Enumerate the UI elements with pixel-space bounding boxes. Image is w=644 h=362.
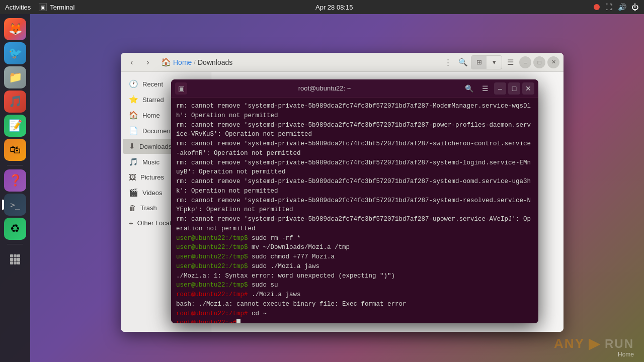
term-cmd-line-1: user@ubuntu22:/tmp$ sudo rm -rf * [176,234,533,243]
term-root-cmd-1: ./Mozi.a jaws [248,291,301,298]
music-icon: 🎵 [129,157,138,166]
fm-back-button[interactable]: ‹ [125,55,139,69]
term-cmd-3: sudo chmod +777 Mozi.a [248,253,335,260]
term-output-line-3: rm: cannot remove 'systemd-private-5b989… [176,139,533,158]
term-root-cmd-2: cd ~ [248,310,267,317]
term-content[interactable]: rm: cannot remove 'systemd-private-5b989… [171,98,538,323]
dock: 🦊 🐦 📁 🎵 📝 🛍 ❓ >_ ♻ [0,14,30,362]
dock-item-show-apps[interactable] [4,248,26,270]
dock-item-firefox[interactable]: 🦊 [4,18,26,40]
term-prompt-5: user@ubuntu22:/tmp$ [176,282,248,289]
dock-item-libreoffice[interactable]: 📝 [4,115,26,137]
svg-rect-3 [10,258,13,261]
term-titlebar-right: 🔍 ☰ – □ ✕ [462,81,534,96]
svg-rect-4 [14,258,17,261]
svg-rect-5 [17,258,20,261]
term-cmd-2: mv ~/Downloads/Mozi.a /tmp [248,244,350,251]
sidebar-label-music: Music [142,158,159,166]
term-root-prompt-1: root@ubuntu22:/tmp# [176,291,248,298]
topbar-left: Activities ▣ Terminal [5,3,74,11]
svg-rect-2 [17,254,20,257]
fm-view-dropdown-button[interactable]: ▾ [487,56,502,69]
bottom-home-label: Home [618,351,634,358]
downloads-icon: ⬇ [129,142,135,151]
dock-item-rhythmbox[interactable]: 🎵 [4,90,26,113]
sidebar-label-recent: Recent [142,80,163,88]
anyrun-watermark: ANY ▶ RUN [554,335,634,352]
terminal-window: ▣ root@ubuntu22: ~ 🔍 ☰ – □ ✕ rm: cannot … [171,79,538,323]
term-cmd-line-4: user@ubuntu22:/tmp$ sudo ./Mozi.a jaws [176,262,533,272]
svg-rect-1 [14,254,17,257]
home-icon: 🏠 [129,111,138,120]
watermark-text: RUN [605,337,634,351]
term-output-line-4: rm: cannot remove 'systemd-private-5b989… [176,158,533,177]
fm-titlebar: ‹ › 🏠 Home / Downloads ⋮ 🔍 ⊞ ▾ ☰ – □ ✕ [121,53,564,72]
svg-rect-8 [17,261,20,264]
topbar-right: ⛶ 🔊 ⏻ [594,3,639,11]
dock-item-trash[interactable]: ♻ [4,218,26,240]
fm-breadcrumb: 🏠 Home / Downloads [157,57,439,67]
term-cmd-4: sudo ./Mozi.a jaws [248,263,320,270]
svg-rect-6 [10,261,13,264]
sidebar-label-home: Home [142,112,160,119]
home-breadcrumb-icon: 🏠 [161,57,171,67]
topbar-terminal-app: ▣ Terminal [39,3,74,11]
svg-rect-7 [14,261,17,264]
topbar-datetime: Apr 28 08:15 [315,4,353,11]
term-syntax-error: ./Mozi.a: 1: Syntax error: word unexpect… [176,272,533,281]
term-output-line-1: rm: cannot remove 'systemd-private-5b989… [176,102,533,121]
documents-icon: 📄 [129,126,138,135]
activities-button[interactable]: Activities [5,4,31,11]
svg-rect-0 [10,254,13,257]
watermark-logo: ANY [554,336,585,351]
term-output-line-5: rm: cannot remove 'systemd-private-5b989… [176,177,533,196]
dock-separator [7,165,23,165]
breadcrumb-separator: / [194,58,196,66]
term-cmd-line-5: user@ubuntu22:/tmp$ sudo su [176,281,533,290]
dock-separator-2 [7,244,23,244]
term-close-button[interactable]: ✕ [522,82,534,95]
dock-item-help[interactable]: ❓ [4,169,26,192]
network-icon[interactable]: ⛶ [605,3,613,11]
fm-forward-button[interactable]: › [141,55,155,69]
breadcrumb-home[interactable]: Home [173,58,192,66]
term-hamburger-button[interactable]: ☰ [478,81,492,96]
sidebar-label-downloads: Downloads [139,143,172,150]
term-output-line-7: rm: cannot remove 'systemd-private-5b989… [176,215,533,234]
fm-search-button[interactable]: 🔍 [456,55,470,69]
term-output-line-6: rm: cannot remove 'systemd-private-5b989… [176,196,533,215]
dock-item-ubuntu-software[interactable]: 🛍 [4,139,26,161]
term-exec-error: bash: ./Mozi.a: cannot execute binary fi… [176,300,533,309]
fm-menu-button[interactable]: ⋮ [441,55,455,69]
term-app-icon: ▣ [175,82,187,95]
dock-item-files[interactable]: 📁 [4,66,26,88]
term-minimize-button[interactable]: – [494,82,506,95]
fm-minimize-button[interactable]: – [519,56,531,68]
dock-item-thunderbird[interactable]: 🐦 [4,42,26,64]
dock-item-terminal[interactable]: >_ [4,194,26,216]
term-cursor [236,319,240,323]
sidebar-label-trash: Trash [140,204,157,212]
term-prompt-3: user@ubuntu22:/tmp$ [176,253,248,260]
terminal-taskbar-icon: ▣ [39,3,47,11]
term-maximize-button[interactable]: □ [508,82,520,95]
sidebar-label-pictures: Pictures [140,173,164,181]
breadcrumb-current: Downloads [198,58,232,66]
volume-icon[interactable]: 🔊 [618,3,626,11]
topbar-terminal-label: Terminal [50,4,74,11]
term-root-cmd-line-2: root@ubuntu22:/tmp# cd ~ [176,309,533,319]
fm-titlebar-right: ⋮ 🔍 ⊞ ▾ ☰ – □ ✕ [441,55,559,69]
term-final-prompt-line: root@ubuntu22:~# [176,318,533,323]
fm-list-view-button[interactable]: ☰ [503,55,517,69]
power-icon[interactable]: ⏻ [631,3,639,11]
term-output-line-2: rm: cannot remove 'systemd-private-5b989… [176,121,533,140]
term-cmd-1: sudo rm -rf * [248,235,301,242]
term-prompt-4: user@ubuntu22:/tmp$ [176,263,248,270]
term-search-button[interactable]: 🔍 [462,81,476,96]
sidebar-label-starred: Starred [142,96,164,104]
recent-icon: 🕐 [129,79,138,88]
fm-maximize-button[interactable]: □ [533,56,545,68]
fm-close-button[interactable]: ✕ [547,56,559,68]
term-prompt-2: user@ubuntu22:/tmp$ [176,244,248,251]
fm-grid-view-button[interactable]: ⊞ [471,56,487,69]
